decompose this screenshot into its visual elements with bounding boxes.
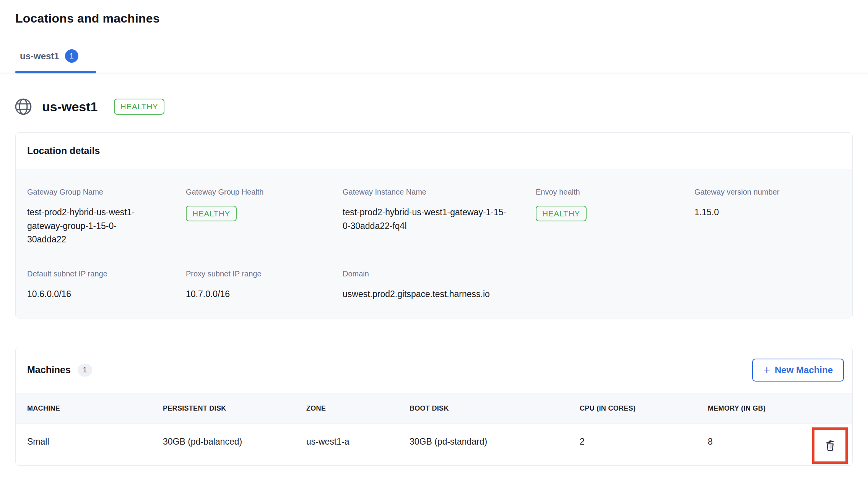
delete-machine-button[interactable] xyxy=(812,427,848,464)
trash-icon xyxy=(822,438,838,453)
envoy-health-badge: HEALTHY xyxy=(536,206,587,221)
machine-table-row: Small 30GB (pd-balanced) us-west1-a 30GB… xyxy=(16,424,852,465)
field-label: Gateway Group Name xyxy=(27,188,186,197)
field-gateway-group-health: Gateway Group Health HEALTHY xyxy=(186,188,343,247)
field-label: Default subnet IP range xyxy=(27,270,186,278)
field-gateway-group-name: Gateway Group Name test-prod2-hybrid-us-… xyxy=(27,188,186,247)
cell-memory: 8 xyxy=(708,437,803,447)
new-machine-button[interactable]: + New Machine xyxy=(752,359,844,382)
field-gateway-version: Gateway version number 1.15.0 xyxy=(694,188,841,247)
field-value: test-prod2-hybrid-us-west1-gateway-1-15-… xyxy=(343,206,511,233)
gateway-group-health-badge: HEALTHY xyxy=(186,206,237,221)
machines-table-header: MACHINE PERSISTENT DISK ZONE BOOT DISK C… xyxy=(16,393,852,424)
col-cpu: CPU (IN CORES) xyxy=(580,404,708,413)
field-gateway-instance-name: Gateway Instance Name test-prod2-hybrid-… xyxy=(343,188,536,247)
cell-machine: Small xyxy=(27,437,163,447)
field-value: test-prod2-hybrid-us-west1-gateway-group… xyxy=(27,206,146,247)
field-label: Envoy health xyxy=(536,188,694,197)
location-details-title: Location details xyxy=(16,133,852,169)
col-persistent-disk: PERSISTENT DISK xyxy=(163,404,306,413)
field-label: Proxy subnet IP range xyxy=(186,270,343,278)
machines-count-badge: 1 xyxy=(78,364,92,377)
field-default-subnet: Default subnet IP range 10.6.0.0/16 xyxy=(27,270,186,301)
locations-and-machines-page: Locations and machines us-west1 1 us-wes… xyxy=(0,0,868,497)
location-details-card: Location details Gateway Group Name test… xyxy=(15,132,853,318)
field-domain: Domain uswest.prod2.gitspace.test.harnes… xyxy=(343,270,536,301)
field-label: Domain xyxy=(343,270,536,278)
location-details-fields: Gateway Group Name test-prod2-hybrid-us-… xyxy=(27,188,841,301)
field-label: Gateway version number xyxy=(694,188,841,197)
field-proxy-subnet: Proxy subnet IP range 10.7.0.0/16 xyxy=(186,270,343,301)
field-value: 10.6.0.0/16 xyxy=(27,287,186,301)
field-value: 10.7.0.0/16 xyxy=(186,287,343,301)
tab-count-badge: 1 xyxy=(65,49,78,63)
machines-header: Machines 1 + New Machine xyxy=(16,347,852,393)
new-machine-label: New Machine xyxy=(775,365,833,375)
cell-cpu: 2 xyxy=(580,437,708,447)
page-title: Locations and machines xyxy=(15,11,868,26)
plus-icon: + xyxy=(763,365,770,375)
col-actions xyxy=(803,404,852,413)
globe-icon xyxy=(14,97,33,116)
location-name: us-west1 xyxy=(42,99,98,114)
machines-card: Machines 1 + New Machine MACHINE PERSIST… xyxy=(15,347,853,466)
tab-us-west1[interactable]: us-west1 1 xyxy=(15,49,96,73)
cell-boot-disk: 30GB (pd-standard) xyxy=(410,437,580,447)
tab-label: us-west1 xyxy=(20,51,59,62)
field-label: Gateway Instance Name xyxy=(343,188,536,197)
col-memory: MEMORY (IN GB) xyxy=(708,404,803,413)
cell-zone: us-west1-a xyxy=(306,437,410,447)
machines-title: Machines xyxy=(27,364,71,375)
cell-actions xyxy=(803,437,852,447)
location-heading: us-west1 HEALTHY xyxy=(14,97,868,116)
cell-persistent-disk: 30GB (pd-balanced) xyxy=(163,437,306,447)
field-envoy-health: Envoy health HEALTHY xyxy=(536,188,694,247)
location-details-body: Gateway Group Name test-prod2-hybrid-us-… xyxy=(16,169,852,318)
location-health-badge: HEALTHY xyxy=(114,99,165,114)
field-value: 1.15.0 xyxy=(694,206,841,219)
col-machine: MACHINE xyxy=(27,404,163,413)
col-zone: ZONE xyxy=(306,404,410,413)
field-label: Gateway Group Health xyxy=(186,188,343,197)
col-boot-disk: BOOT DISK xyxy=(410,404,580,413)
field-value: uswest.prod2.gitspace.test.harness.io xyxy=(343,287,536,301)
location-tabs: us-west1 1 xyxy=(0,49,868,73)
